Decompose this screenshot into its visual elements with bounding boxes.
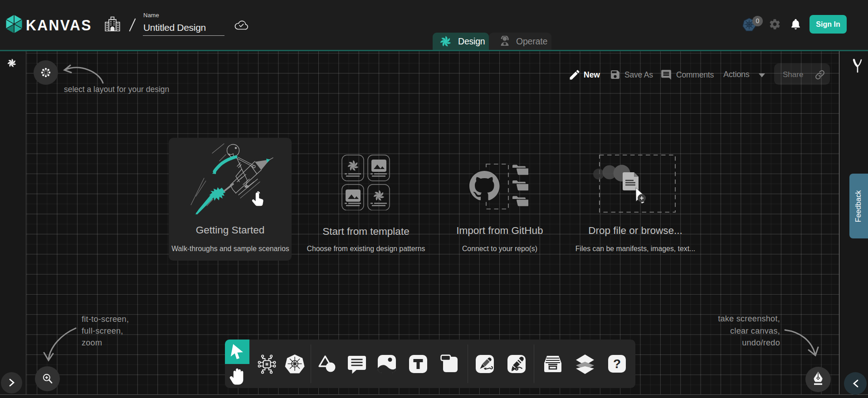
svg-text:?: ? (613, 357, 621, 371)
